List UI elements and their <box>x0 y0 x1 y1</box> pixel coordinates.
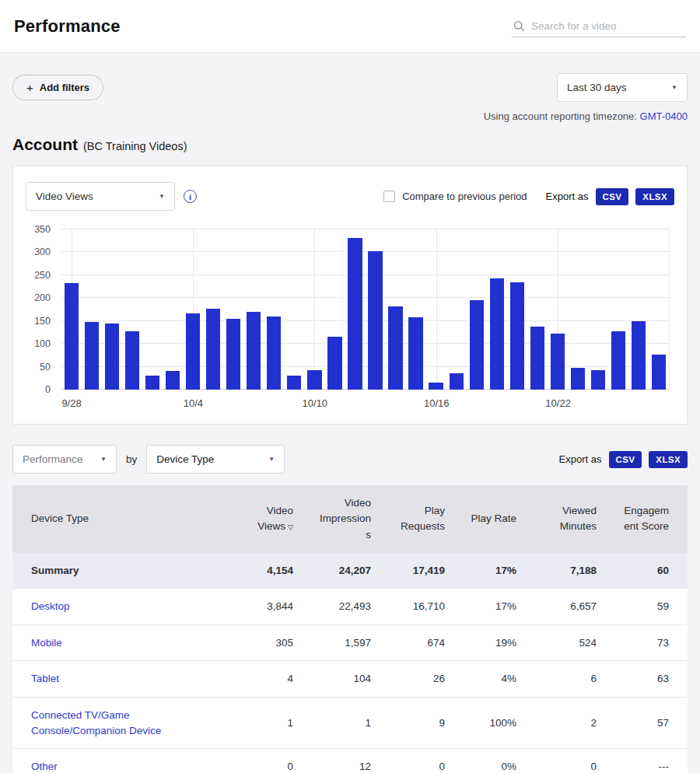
filters-row: + Add filters Last 30 days <box>12 73 688 102</box>
chart-bar[interactable] <box>186 313 200 390</box>
dimension-select-value: Performance <box>23 453 82 465</box>
y-axis-label: 150 <box>34 316 51 327</box>
chart-bar[interactable] <box>145 376 159 390</box>
y-axis-label: 350 <box>34 224 51 235</box>
chart-bar[interactable] <box>206 309 220 390</box>
chart-plot-column: 9/2810/410/1010/1610/22 <box>61 229 670 411</box>
chart-bar[interactable] <box>348 238 362 390</box>
x-axis-label: 9/28 <box>61 397 81 409</box>
y-axis-label: 100 <box>34 338 51 349</box>
chart-bar[interactable] <box>530 327 544 390</box>
table-controls: Performance by Device Type Export as CSV… <box>12 445 688 474</box>
chart-bar[interactable] <box>327 337 341 390</box>
video-search <box>512 16 686 37</box>
col-header-viewed-minutes: Viewed Minutes <box>535 485 615 553</box>
chart-bar-slot <box>507 229 527 390</box>
chart-bar[interactable] <box>510 282 524 390</box>
chart-bar-slot <box>548 229 568 390</box>
cell-viewed-minutes: 524 <box>535 624 615 661</box>
chart-bar[interactable] <box>368 251 382 390</box>
cell-video-impressions: 22,493 <box>312 589 390 625</box>
col-header-video-impressions: Video Impressions <box>312 485 390 553</box>
table-row: Mobile 305 1,597 674 19% 524 73 <box>12 624 688 661</box>
chart-bar[interactable] <box>388 306 402 390</box>
chart-bar[interactable] <box>166 371 180 390</box>
timezone-link[interactable]: GMT-0400 <box>640 110 688 122</box>
date-range-value: Last 30 days <box>567 82 627 93</box>
chart-bar-slot <box>223 229 243 390</box>
device-type-link[interactable]: Tablet <box>31 673 59 684</box>
chart-bar-slot <box>527 229 548 390</box>
cell-video-impressions: 1,597 <box>312 624 390 661</box>
chart-bar[interactable] <box>429 383 443 390</box>
cell-play-rate: 17% <box>464 589 535 625</box>
chart-x-axis: 9/2810/410/1010/1610/22 <box>61 390 670 411</box>
col-header-video-views[interactable]: Video Views▽ <box>238 485 312 553</box>
cell-engagement-score: 57 <box>615 698 688 749</box>
device-type-link[interactable]: Other <box>31 761 58 772</box>
chart-bar[interactable] <box>267 317 281 390</box>
chart-bar-slot <box>628 229 649 390</box>
account-title: Account <box>12 135 78 154</box>
chart-y-axis: 050100150200250300350 <box>26 229 61 390</box>
cell-video-views: 3,844 <box>238 589 312 625</box>
cell-viewed-minutes: 2 <box>535 698 615 749</box>
chart-bar[interactable] <box>632 321 646 390</box>
y-axis-label: 300 <box>34 247 51 257</box>
chart-bar[interactable] <box>551 334 565 390</box>
export-as-label: Export as <box>546 191 589 202</box>
export-xlsx-button[interactable]: XLSX <box>635 188 674 205</box>
chart-bar[interactable] <box>307 370 321 390</box>
chart-bar[interactable] <box>470 300 484 390</box>
chart-bar-slot <box>163 229 183 390</box>
chart-bar-slot <box>203 229 223 390</box>
metric-select[interactable]: Video Views <box>26 182 175 211</box>
compare-checkbox[interactable] <box>383 191 395 202</box>
export-csv-button[interactable]: CSV <box>596 188 629 205</box>
chart-bar-slot <box>304 229 324 390</box>
chart-bar[interactable] <box>65 283 79 390</box>
cell-play-requests: 16,710 <box>390 589 464 625</box>
dimension-select[interactable]: Performance <box>12 445 117 474</box>
info-icon[interactable]: i <box>184 190 197 203</box>
y-axis-label: 250 <box>34 270 51 281</box>
chart-card-header: Video Views i Compare to previous period… <box>26 182 674 211</box>
cell-play-requests: 674 <box>390 624 464 661</box>
breakdown-select[interactable]: Device Type <box>146 445 285 474</box>
page-title: Performance <box>14 16 121 37</box>
sort-desc-icon[interactable]: ▽ <box>288 523 293 531</box>
export-xlsx-button[interactable]: XLSX <box>649 451 688 468</box>
cell-viewed-minutes: 0 <box>535 749 615 773</box>
cell-play-requests: 26 <box>390 661 464 698</box>
table-header-row: Device Type Video Views▽ Video Impressio… <box>12 485 688 553</box>
chart-bar[interactable] <box>450 373 464 390</box>
x-axis-label: 10/10 <box>303 397 328 409</box>
chart-bar-slot <box>467 229 487 390</box>
date-range-select[interactable]: Last 30 days <box>557 73 688 102</box>
chart-bar[interactable] <box>105 324 119 390</box>
chart-bar[interactable] <box>247 312 261 390</box>
chart-bar[interactable] <box>287 376 301 390</box>
table-row: Other 0 12 0 0% 0 --- <box>12 749 688 773</box>
device-type-link[interactable]: Connected TV/Game Console/Companion Devi… <box>31 709 161 736</box>
chart-bar[interactable] <box>490 278 504 390</box>
timezone-prefix: Using account reporting timezone: <box>484 110 637 122</box>
chart-bar-slot <box>487 229 507 390</box>
device-type-link[interactable]: Desktop <box>31 600 70 612</box>
export-csv-button[interactable]: CSV <box>609 451 642 468</box>
chart-bar[interactable] <box>591 370 605 390</box>
cell-engagement-score: 73 <box>615 624 688 661</box>
export-as-label: Export as <box>559 453 602 465</box>
search-input[interactable] <box>531 20 684 32</box>
chart-bar[interactable] <box>226 319 240 390</box>
device-type-link[interactable]: Mobile <box>31 637 62 649</box>
chart-bar[interactable] <box>125 331 139 390</box>
chart-bar[interactable] <box>85 322 99 390</box>
cell-video-impressions: 12 <box>312 749 390 773</box>
cell-play-requests: 17,419 <box>390 553 464 589</box>
chart-bar[interactable] <box>611 331 625 390</box>
chart-bar[interactable] <box>652 355 666 390</box>
chart-bar[interactable] <box>408 317 422 390</box>
add-filters-button[interactable]: + Add filters <box>12 75 103 100</box>
chart-bar[interactable] <box>571 368 585 390</box>
